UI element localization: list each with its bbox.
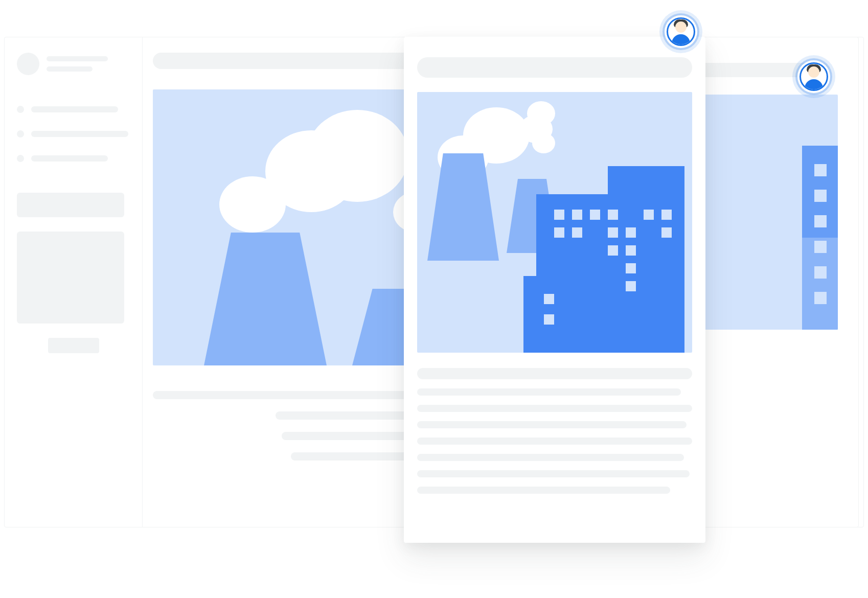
mobile-card-floating <box>404 37 705 543</box>
paragraph-placeholder <box>417 368 692 494</box>
sidebar-wireframe <box>5 37 143 527</box>
placeholder-line <box>31 155 108 162</box>
sidebar-nav <box>17 106 130 162</box>
placeholder-block <box>17 193 124 217</box>
placeholder-button <box>48 338 99 353</box>
user-avatar-badge <box>665 15 697 48</box>
hero-illustration-mobile <box>417 92 692 353</box>
user-avatar-badge <box>797 60 830 93</box>
avatar-placeholder <box>17 53 39 75</box>
placeholder-line <box>47 56 108 61</box>
sidebar-profile <box>17 53 130 75</box>
placeholder-line <box>31 131 128 137</box>
cooling-tower-icon <box>204 233 327 365</box>
placeholder-block <box>17 232 124 324</box>
title-placeholder <box>417 57 692 78</box>
placeholder-line <box>31 106 118 112</box>
cooling-tower-icon <box>427 153 499 261</box>
placeholder-line <box>47 66 93 72</box>
